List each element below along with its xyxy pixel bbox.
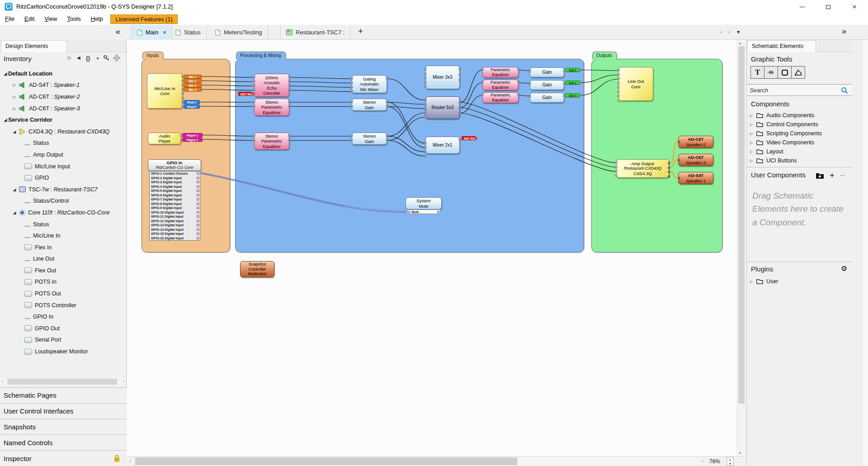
block-stereo-gain-2[interactable]: Stereo Gain xyxy=(352,133,387,145)
input-port[interactable] xyxy=(253,89,255,91)
gpio-row[interactable]: GPIO-5 Digital Input xyxy=(150,189,200,193)
block-speaker-1[interactable]: AD-S4T Speaker-1 xyxy=(678,172,713,184)
output-port[interactable] xyxy=(458,68,461,71)
gpio-port[interactable] xyxy=(197,194,199,196)
input-port[interactable] xyxy=(424,116,427,119)
component-folder-uci-buttons[interactable]: ▷UCI Buttons xyxy=(747,156,852,165)
block-system-mute[interactable]: System Mute xyxy=(406,197,442,209)
aec-ref-badge[interactable]: AEC Ref xyxy=(238,92,254,96)
input-port[interactable] xyxy=(615,170,618,172)
output-port[interactable] xyxy=(667,162,670,165)
input-port[interactable] xyxy=(253,134,255,137)
canvas-vscroll-thumb[interactable] xyxy=(738,46,745,404)
scroll-left-icon[interactable]: ‹ xyxy=(129,458,131,463)
input-port[interactable] xyxy=(350,86,353,88)
badge-mic-1[interactable]: Mic 1 xyxy=(184,75,202,79)
canvas-hscrollbar[interactable] xyxy=(135,457,700,465)
plugin-folder-user[interactable]: ▷User xyxy=(747,277,852,286)
output-port[interactable] xyxy=(181,92,184,95)
input-port[interactable] xyxy=(424,76,427,79)
output-port[interactable] xyxy=(667,170,670,174)
group-inputs-tab[interactable]: Inputs xyxy=(142,52,164,59)
group-outputs-tab[interactable]: Outputs xyxy=(592,52,617,59)
scroll-down-icon[interactable]: ▾ xyxy=(739,451,741,455)
input-port[interactable] xyxy=(617,99,620,102)
block-peq-3[interactable]: Parametric Equalizer xyxy=(482,92,519,103)
search-input[interactable] xyxy=(750,86,835,95)
input-port[interactable] xyxy=(424,112,427,114)
badge-mic-3[interactable]: Mic 3 xyxy=(184,83,202,87)
block-stereo-gain-1[interactable]: Stereo Gain xyxy=(352,99,387,111)
input-port[interactable] xyxy=(424,99,427,101)
gpio-row[interactable]: GPIO-3 Digital Input xyxy=(150,180,200,185)
gpio-row[interactable]: GPIO-15 Digital Input xyxy=(150,232,200,236)
right-sidebar-scrollbar[interactable] xyxy=(862,40,868,466)
output-port[interactable] xyxy=(288,89,291,91)
input-port[interactable] xyxy=(424,103,427,106)
block-mixer-2x1[interactable]: Mixer 2x1 xyxy=(425,137,460,154)
block-router-5x3[interactable]: Router 5x3 xyxy=(425,96,460,119)
output-port[interactable] xyxy=(288,105,291,108)
mute-input-port[interactable] xyxy=(408,211,410,213)
block-aec[interactable]: 200ms Acoustic Echo Canceler xyxy=(254,74,289,97)
input-port[interactable] xyxy=(350,100,353,103)
output-port[interactable] xyxy=(458,106,461,109)
gpio-port[interactable] xyxy=(197,233,199,235)
input-port[interactable] xyxy=(350,134,353,137)
output-port[interactable] xyxy=(181,97,184,100)
rectangle-tool-button[interactable] xyxy=(778,66,792,79)
plugins-settings-gear-icon[interactable]: ⚙ xyxy=(841,264,847,273)
output-port[interactable] xyxy=(386,100,388,103)
output-port[interactable] xyxy=(288,76,291,78)
output-port[interactable] xyxy=(288,100,291,103)
expander-icon[interactable]: ▷ xyxy=(750,150,755,154)
gpio-row[interactable]: GPIO-2 Digital Input xyxy=(150,176,200,181)
output-port[interactable] xyxy=(386,77,388,80)
gpio-port[interactable] xyxy=(197,203,199,205)
badge-player-1[interactable]: Player 1 xyxy=(182,133,203,137)
badge-out-3[interactable]: Out 3 xyxy=(565,93,580,97)
output-port[interactable] xyxy=(386,105,388,108)
input-port[interactable] xyxy=(253,100,255,103)
input-port[interactable] xyxy=(424,142,427,144)
input-port[interactable] xyxy=(481,93,484,96)
component-folder-audio-components[interactable]: ▷Audio Components xyxy=(747,111,852,120)
component-folder-video-components[interactable]: ▷Video Components xyxy=(747,138,852,147)
output-port[interactable] xyxy=(386,134,388,137)
gpio-port[interactable] xyxy=(197,177,199,179)
block-peq-1[interactable]: Parametric Equalizer xyxy=(482,67,519,78)
output-port[interactable] xyxy=(386,139,388,142)
input-port[interactable] xyxy=(350,105,353,108)
input-port[interactable] xyxy=(481,68,484,71)
input-port[interactable] xyxy=(253,76,255,78)
expander-icon[interactable]: ▷ xyxy=(750,159,755,163)
gpio-port[interactable] xyxy=(197,207,199,209)
output-port[interactable] xyxy=(517,81,520,83)
block-amp-output[interactable]: Amp Output Restaurant-CXD43Q CXD4.3Q xyxy=(616,159,669,178)
gpio-row[interactable]: GPIO-16 Digital Input xyxy=(150,236,200,241)
canvas-hscroll-thumb[interactable] xyxy=(135,457,517,465)
component-folder-layout[interactable]: ▷Layout xyxy=(747,147,852,156)
input-port[interactable] xyxy=(481,81,484,83)
gpio-row[interactable]: GPIO-1 Contact Closure xyxy=(150,171,200,176)
gpio-row[interactable]: GPIO-7 Digital Input xyxy=(150,197,200,202)
new-folder-icon[interactable] xyxy=(816,172,824,179)
input-port[interactable] xyxy=(528,95,531,98)
header-tool-button[interactable]: ·H· xyxy=(764,66,778,79)
block-gpio-in-header[interactable]: GPIO In RitzCarlton-CG-Core xyxy=(148,159,201,171)
block-mixer-3x3[interactable]: Mixer 3x3 xyxy=(425,66,460,89)
block-gain-1[interactable]: Gain xyxy=(530,67,564,77)
gpio-port[interactable] xyxy=(197,190,199,192)
input-port[interactable] xyxy=(350,81,353,84)
output-port[interactable] xyxy=(458,73,461,76)
input-port[interactable] xyxy=(617,86,620,89)
add-user-component-icon[interactable]: + xyxy=(830,171,835,181)
block-peq-2[interactable]: Parametric Equalizer xyxy=(482,80,519,90)
gpio-row[interactable]: GPIO-8 Digital Input xyxy=(150,202,200,206)
component-folder-scripting-components[interactable]: ▷Scripting Components xyxy=(747,129,852,138)
gpio-port[interactable] xyxy=(197,198,199,200)
input-port[interactable] xyxy=(350,139,353,142)
zoom-level[interactable]: 76% xyxy=(709,458,720,465)
output-port[interactable] xyxy=(288,139,291,142)
block-line-out[interactable]: Line Out Core xyxy=(618,67,653,101)
